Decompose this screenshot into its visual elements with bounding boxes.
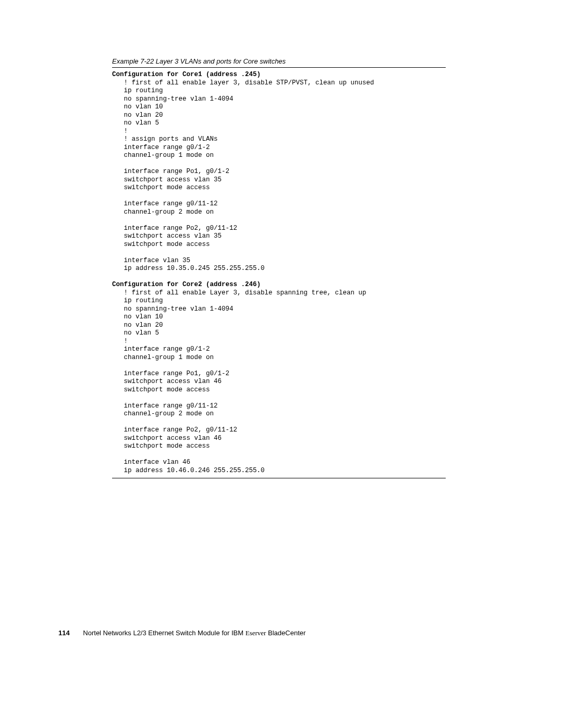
code-line: ip address 10.46.0.246 255.255.255.0: [112, 467, 265, 474]
code-line: interface range Po1, g0/1-2: [112, 168, 229, 175]
code-line: switchport access vlan 35: [112, 176, 222, 183]
code-line: channel-group 1 mode on: [112, 354, 214, 361]
config-core2-title: Configuration for Core2 (address .246): [112, 281, 261, 288]
footer-suffix: BladeCenter: [266, 629, 305, 637]
code-line: no vlan 10: [112, 103, 163, 110]
code-line: interface range g0/11-12: [112, 200, 218, 207]
footer-prefix: Nortel Networks L2/3 Ethernet Switch Mod…: [83, 629, 245, 637]
footer-brand-server: server: [250, 629, 266, 637]
code-line: interface range g0/1-2: [112, 144, 210, 151]
footer-brand-e: E: [246, 629, 250, 637]
code-line: !: [112, 338, 128, 345]
code-line: !: [112, 128, 128, 135]
rule-top: [112, 67, 446, 68]
main-content: Example 7-22 Layer 3 VLANs and ports for…: [112, 57, 446, 478]
code-line: interface range Po2, g0/11-12: [112, 426, 237, 434]
code-line: channel-group 2 mode on: [112, 208, 214, 216]
code-line: switchport access vlan 46: [112, 435, 222, 442]
code-line: no spanning-tree vlan 1-4094: [112, 95, 234, 103]
code-block: Configuration for Core1 (address .245) !…: [112, 71, 446, 475]
code-line: no spanning-tree vlan 1-4094: [112, 305, 234, 313]
code-line: switchport access vlan 46: [112, 378, 222, 385]
code-line: no vlan 5: [112, 119, 159, 127]
code-line: switchport mode access: [112, 386, 210, 393]
code-line: switchport mode access: [112, 184, 210, 191]
config-core1-title: Configuration for Core1 (address .245): [112, 71, 261, 78]
code-line: switchport mode access: [112, 241, 210, 248]
code-line: channel-group 1 mode on: [112, 152, 214, 159]
code-line: switchport access vlan 35: [112, 232, 222, 240]
code-line: ! first of all enable layer 3, disable S…: [112, 79, 374, 87]
footer: 114 Nortel Networks L2/3 Ethernet Switch…: [58, 629, 305, 637]
rule-bottom: [112, 478, 446, 478]
code-line: no vlan 10: [112, 313, 163, 320]
example-caption: Example 7-22 Layer 3 VLANs and ports for…: [112, 57, 446, 65]
code-line: no vlan 20: [112, 112, 163, 119]
code-line: interface vlan 46: [112, 459, 190, 466]
code-line: ! assign ports and VLANs: [112, 135, 218, 143]
footer-text: Nortel Networks L2/3 Ethernet Switch Mod…: [83, 629, 305, 637]
code-line: no vlan 5: [112, 329, 159, 337]
code-line: interface range g0/1-2: [112, 346, 210, 353]
page-number: 114: [58, 629, 70, 637]
code-line: interface range Po2, g0/11-12: [112, 225, 237, 232]
code-line: interface range Po1, g0/1-2: [112, 370, 229, 377]
code-line: ip address 10.35.0.245 255.255.255.0: [112, 265, 265, 272]
code-line: channel-group 2 mode on: [112, 410, 214, 417]
code-line: switchport mode access: [112, 442, 210, 450]
code-line: ip routing: [112, 297, 163, 304]
code-line: ip routing: [112, 87, 163, 94]
code-line: no vlan 20: [112, 322, 163, 329]
code-line: interface range g0/11-12: [112, 402, 218, 410]
code-line: interface vlan 35: [112, 257, 190, 264]
code-line: ! first of all enable Layer 3, disable s…: [112, 289, 366, 297]
